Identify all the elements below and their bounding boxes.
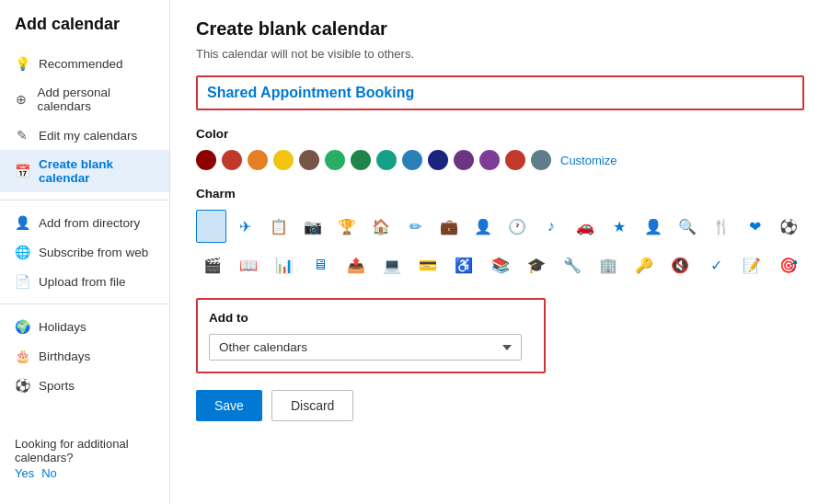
- charm-clipboard[interactable]: 📋: [264, 210, 294, 243]
- charm-chart[interactable]: 📊: [268, 248, 300, 281]
- charm-mute[interactable]: 🔇: [664, 248, 697, 281]
- color-teal[interactable]: [376, 150, 397, 170]
- add-to-label: Add to: [209, 311, 533, 325]
- color-dark-blue[interactable]: [428, 150, 448, 170]
- sidebar-item-holidays[interactable]: 🌍 Holidays: [0, 312, 169, 341]
- charm-label: Charm: [196, 187, 804, 200]
- footer-no-link[interactable]: No: [41, 466, 57, 480]
- color-yellow[interactable]: [273, 150, 294, 170]
- charm-trophy[interactable]: 🏆: [332, 210, 363, 243]
- holidays-icon: 🌍: [15, 319, 29, 334]
- charm-person[interactable]: 👤: [468, 210, 499, 243]
- sidebar-item-add-personal[interactable]: ⊕ Add personal calendars: [0, 78, 169, 120]
- color-crimson[interactable]: [505, 150, 525, 170]
- upload-icon: 📄: [15, 274, 29, 289]
- birthdays-icon: 🎂: [15, 349, 29, 363]
- sidebar-divider-1: [0, 200, 169, 200]
- charm-fork[interactable]: 🍴: [706, 210, 736, 243]
- customize-link[interactable]: Customize: [560, 154, 617, 167]
- charm-selected[interactable]: [196, 210, 226, 243]
- sidebar-item-subscribe[interactable]: 🌐 Subscribe from web: [0, 237, 169, 267]
- charm-monitor[interactable]: 🖥: [304, 248, 336, 281]
- charm-grad[interactable]: 🎓: [520, 248, 552, 281]
- color-orange[interactable]: [248, 150, 268, 170]
- color-gray[interactable]: [531, 150, 551, 170]
- charm-laptop[interactable]: 💻: [376, 248, 409, 281]
- sidebar-item-edit-my[interactable]: ✎ Edit my calendars: [0, 120, 169, 150]
- charm-film[interactable]: 🎬: [196, 248, 228, 281]
- footer-yes-link[interactable]: Yes: [15, 466, 34, 480]
- charm-target[interactable]: 🎯: [772, 248, 804, 281]
- edit-icon: ✎: [15, 128, 29, 143]
- charm-card[interactable]: 💳: [412, 248, 444, 281]
- charm-check[interactable]: ✓: [700, 248, 732, 281]
- charm-books[interactable]: 📚: [484, 248, 516, 281]
- sidebar-title: Add calendar: [0, 15, 169, 49]
- color-dark-red[interactable]: [196, 150, 216, 170]
- charm-row-1: ✈ 📋 📷 🏆 🏠 ✏ 💼 👤 🕐 ♪ 🚗 ★ 👤 🔍 🍴 ❤ ⚽: [196, 210, 804, 243]
- add-to-box: Add to Other calendars My calendars: [196, 298, 546, 373]
- subscribe-icon: 🌐: [15, 245, 29, 259]
- sidebar-item-recommended[interactable]: 💡 Recommended: [0, 49, 169, 78]
- charm-search[interactable]: 🔍: [672, 210, 702, 243]
- color-label: Color: [196, 127, 804, 141]
- charm-heart[interactable]: ❤: [740, 210, 770, 243]
- charm-camera[interactable]: 📷: [298, 210, 329, 243]
- sidebar-item-upload[interactable]: 📄 Upload from file: [0, 267, 169, 296]
- color-red[interactable]: [222, 150, 242, 170]
- add-to-dropdown[interactable]: Other calendars My calendars: [209, 334, 522, 361]
- page-title: Create blank calendar: [196, 18, 804, 40]
- sports-icon: ⚽: [15, 378, 29, 393]
- charm-wrench[interactable]: 🔧: [556, 248, 588, 281]
- add-personal-icon: ⊕: [15, 92, 28, 107]
- charm-key[interactable]: 🔑: [628, 248, 661, 281]
- charm-briefcase[interactable]: 💼: [434, 210, 465, 243]
- charm-home[interactable]: 🏠: [366, 210, 397, 243]
- charm-star[interactable]: ★: [604, 210, 634, 243]
- charm-plane[interactable]: ✈: [230, 210, 260, 243]
- sidebar-item-birthdays[interactable]: 🎂 Birthdays: [0, 341, 169, 371]
- calendar-name-input[interactable]: [198, 77, 802, 109]
- directory-icon: 👤: [15, 215, 29, 230]
- discard-button[interactable]: Discard: [271, 390, 353, 421]
- page-subtitle: This calendar will not be visible to oth…: [196, 47, 804, 61]
- charm-car[interactable]: 🚗: [570, 210, 600, 243]
- charm-note[interactable]: ♪: [536, 210, 566, 243]
- charm-grid: ✈ 📋 📷 🏆 🏠 ✏ 💼 👤 🕐 ♪ 🚗 ★ 👤 🔍 🍴 ❤ ⚽ 🎬 📖 📊 …: [196, 210, 804, 281]
- charm-user[interactable]: 👤: [638, 210, 668, 243]
- charm-accessible[interactable]: ♿: [448, 248, 480, 281]
- color-row: Customize: [196, 150, 804, 170]
- charm-row-2: 🎬 📖 📊 🖥 📤 💻 💳 ♿ 📚 🎓 🔧 🏢 🔑 🔇 ✓ 📝 🎯: [196, 248, 804, 281]
- sidebar-divider-2: [0, 304, 169, 304]
- button-row: Save Discard: [196, 390, 804, 421]
- color-brown[interactable]: [299, 150, 319, 170]
- color-light-green[interactable]: [325, 150, 345, 170]
- sidebar: Add calendar 💡 Recommended ⊕ Add persona…: [0, 0, 170, 504]
- sidebar-item-sports[interactable]: ⚽ Sports: [0, 371, 169, 400]
- sidebar-item-add-directory[interactable]: 👤 Add from directory: [0, 208, 169, 237]
- color-blue[interactable]: [402, 150, 422, 170]
- color-dark-green[interactable]: [351, 150, 371, 170]
- charm-upload[interactable]: 📤: [340, 248, 373, 281]
- sidebar-footer: Looking for additional calendars? Yes No: [0, 428, 169, 489]
- create-blank-icon: 📅: [15, 164, 29, 178]
- sidebar-item-create-blank[interactable]: 📅 Create blank calendar: [0, 150, 169, 192]
- charm-soccer[interactable]: ⚽: [774, 210, 804, 243]
- charm-building[interactable]: 🏢: [592, 248, 624, 281]
- charm-book[interactable]: 📖: [232, 248, 264, 281]
- charm-clock[interactable]: 🕐: [501, 210, 532, 243]
- charm-edit[interactable]: 📝: [736, 248, 768, 281]
- calendar-name-box: [196, 75, 804, 110]
- charm-pencil[interactable]: ✏: [400, 210, 431, 243]
- main-content: Create blank calendar This calendar will…: [170, 0, 830, 504]
- color-purple[interactable]: [454, 150, 474, 170]
- color-magenta[interactable]: [479, 150, 500, 170]
- save-button[interactable]: Save: [196, 390, 262, 421]
- recommended-icon: 💡: [15, 56, 29, 71]
